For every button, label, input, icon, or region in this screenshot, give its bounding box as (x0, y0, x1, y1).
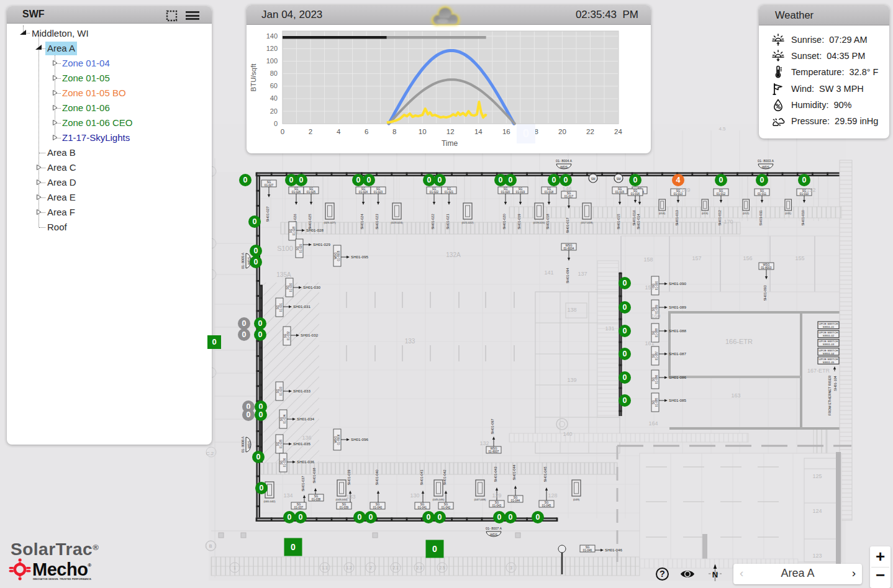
svg-text:SW01-01: SW01-01 (823, 325, 835, 328)
svg-text:Time: Time (442, 139, 458, 148)
svg-text:SH01-046: SH01-046 (605, 548, 622, 552)
svg-text:136: 136 (302, 435, 311, 441)
svg-text:0: 0 (242, 319, 247, 328)
svg-text:22: 22 (586, 128, 594, 135)
svg-text:FROM ETHERNET RISER: FROM ETHERNET RISER (828, 376, 832, 415)
svg-text:SH01-094: SH01-094 (566, 268, 569, 283)
svg-text:20: 20 (270, 107, 278, 115)
svg-text:120: 120 (266, 45, 278, 52)
svg-text:152: 152 (806, 187, 815, 193)
svg-text:01-020: 01-020 (501, 191, 510, 194)
svg-text:0: 0 (536, 513, 540, 522)
svg-text:01- 8004 A: 01- 8004 A (556, 159, 572, 163)
svg-text:0: 0 (369, 513, 373, 522)
svg-text:SH01-038: SH01-038 (312, 468, 316, 483)
svg-text:SH01-010: SH01-010 (801, 210, 805, 225)
svg-text:01-087: 01-087 (655, 351, 658, 360)
svg-text:01-034: 01-034 (283, 414, 286, 423)
svg-text:01-030: 01-030 (289, 283, 292, 292)
svg-text:137: 137 (578, 271, 587, 277)
svg-text:SH01-096: SH01-096 (351, 437, 368, 441)
svg-text:01-038: 01-038 (312, 498, 321, 501)
svg-text:01-046: 01-046 (583, 549, 592, 552)
svg-text:0: 0 (633, 176, 638, 184)
svg-text:01-044: 01-044 (511, 499, 520, 502)
svg-text:01-037: 01-037 (294, 506, 304, 509)
svg-text:24: 24 (614, 128, 622, 135)
svg-text:SW01-05: SW01-05 (823, 361, 835, 364)
svg-text:(040-042): (040-042) (263, 500, 276, 503)
svg-text:SH01-104: SH01-104 (833, 376, 837, 391)
svg-text:WDS: WDS (247, 440, 251, 448)
svg-text:01-085: 01-085 (655, 397, 658, 407)
svg-text:0: 0 (432, 544, 437, 554)
svg-text:0: 0 (289, 176, 294, 184)
svg-text:80: 80 (270, 70, 278, 77)
svg-text:0: 0 (497, 513, 502, 522)
svg-text:0: 0 (288, 513, 292, 522)
svg-text:SH01-028: SH01-028 (306, 228, 324, 232)
svg-text:(047,048): (047,048) (474, 498, 486, 501)
svg-text:4.5: 4.5 (718, 126, 726, 132)
svg-text:100: 100 (266, 57, 278, 65)
svg-text:SH01-032: SH01-032 (301, 333, 318, 337)
svg-text:01-043: 01-043 (492, 504, 502, 507)
svg-text:3: 3 (510, 566, 512, 570)
svg-text:0: 0 (358, 513, 362, 522)
svg-text:SH01-034: SH01-034 (297, 417, 314, 421)
svg-text:01-086: 01-086 (655, 374, 658, 384)
svg-text:01-019: 01-019 (516, 191, 525, 194)
svg-text:14: 14 (474, 128, 483, 135)
svg-text:01-090: 01-090 (655, 281, 658, 290)
svg-text:01-025: 01-025 (307, 191, 316, 194)
svg-text:2.3: 2.3 (416, 566, 422, 570)
svg-text:0: 0 (623, 396, 627, 405)
svg-text:(025-027): (025-027) (324, 221, 336, 224)
svg-text:16: 16 (502, 128, 510, 135)
svg-text:01- 8006 A: 01- 8006 A (241, 436, 245, 453)
svg-text:0: 0 (258, 330, 263, 339)
svg-text:01-011: 01-011 (758, 192, 766, 196)
svg-text:SH01-035: SH01-035 (293, 441, 311, 446)
svg-text:SH01-036: SH01-036 (297, 459, 314, 464)
svg-text:1.1: 1.1 (322, 566, 327, 570)
svg-text:SH01-014: SH01-014 (637, 214, 640, 229)
svg-text:01-015: 01-015 (615, 191, 625, 194)
svg-text:SH01-027: SH01-027 (266, 206, 270, 222)
svg-text:0: 0 (253, 217, 257, 226)
svg-text:155: 155 (795, 255, 804, 261)
svg-text:SM: SM (617, 178, 621, 181)
svg-text:12: 12 (446, 128, 455, 135)
svg-text:01-033: 01-033 (279, 386, 283, 396)
svg-text:(023,024): (023,024) (391, 221, 403, 224)
svg-text:01-032: 01-032 (287, 331, 290, 340)
svg-text:0: 0 (247, 410, 251, 419)
svg-text:149: 149 (681, 187, 690, 193)
svg-text:01-039: 01-039 (340, 506, 349, 509)
svg-text:WDS: WDS (762, 165, 770, 169)
svg-text:SH01-022: SH01-022 (431, 214, 435, 229)
svg-text:SH01-045: SH01-045 (543, 466, 547, 482)
svg-text:SH01-095: SH01-095 (351, 255, 368, 259)
svg-text:130: 130 (410, 492, 419, 499)
svg-text:01-041: 01-041 (418, 506, 427, 509)
svg-text:0: 0 (564, 176, 568, 184)
svg-text:C.2: C.2 (206, 451, 214, 456)
svg-text:01-027: 01-027 (265, 184, 274, 187)
svg-text:0: 0 (299, 513, 303, 522)
svg-text:SH01-031: SH01-031 (293, 304, 311, 309)
svg-text:146: 146 (562, 186, 571, 192)
svg-text:0: 0 (281, 128, 284, 135)
svg-text:160: 160 (651, 313, 660, 319)
svg-text:132: 132 (479, 440, 489, 446)
svg-text:01-8007: 01-8007 (489, 450, 499, 453)
svg-text:SH01-044: SH01-044 (512, 464, 516, 480)
svg-text:123: 123 (812, 553, 822, 559)
svg-text:01-088: 01-088 (655, 328, 658, 337)
svg-text:0: 0 (259, 410, 263, 419)
svg-text:164: 164 (648, 420, 658, 427)
svg-text:158: 158 (643, 256, 653, 263)
svg-text:140: 140 (266, 32, 278, 40)
svg-text:(045,046): (045,046) (433, 498, 445, 501)
svg-text:01-031: 01-031 (279, 302, 283, 312)
